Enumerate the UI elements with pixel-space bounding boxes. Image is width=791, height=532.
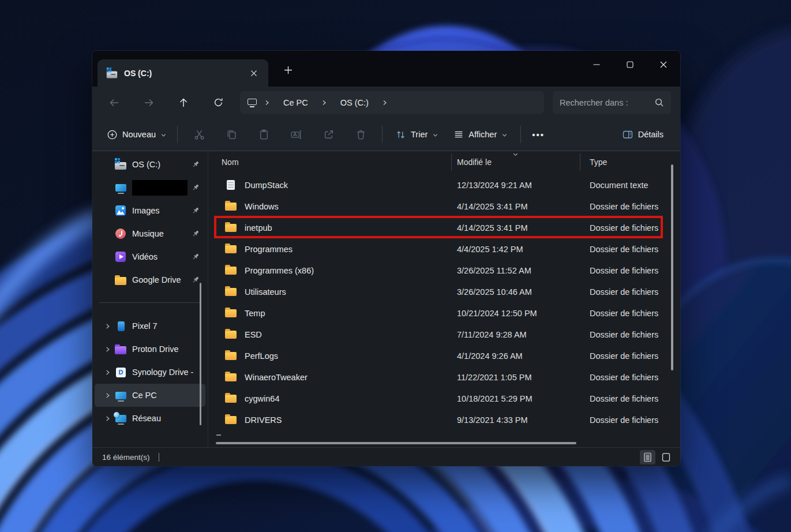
file-icon <box>225 331 237 339</box>
horizontal-scrollbar[interactable] <box>216 442 576 444</box>
expand-chevron-icon[interactable] <box>102 369 113 376</box>
search-icon[interactable] <box>654 98 664 107</box>
this-pc-icon[interactable] <box>248 99 257 105</box>
sidebar-item-icon <box>115 346 126 354</box>
drive-icon <box>107 71 117 78</box>
file-row-programmes-x86[interactable]: Programmes (x86) 3/26/2025 11:52 AM Doss… <box>208 260 680 281</box>
file-name: Utilisateurs <box>245 287 286 297</box>
tab-close-icon[interactable] <box>246 66 261 81</box>
details-pane-button[interactable]: Détails <box>614 123 671 145</box>
sidebar-item-label: Pixel 7 <box>132 321 200 331</box>
file-icon <box>225 395 237 403</box>
file-row-cygwin64[interactable]: cygwin64 10/18/2021 5:29 PM Dossier de f… <box>208 388 680 409</box>
sidebar-item-proton-drive[interactable]: Proton Drive <box>95 338 205 361</box>
search-box[interactable]: Rechercher dans : <box>553 91 671 114</box>
sidebar-item-os-c[interactable]: OS (C:) <box>95 153 205 176</box>
sidebar-item-vid-os[interactable]: Vidéos <box>95 245 205 268</box>
title-bar: OS (C:) <box>92 51 680 87</box>
pin-icon <box>192 207 200 215</box>
column-header-modified[interactable]: Modifié le <box>451 153 580 171</box>
new-button[interactable]: Nouveau <box>102 123 172 145</box>
pin-icon <box>192 276 200 284</box>
sidebar-item-google-drive[interactable]: Google Drive <box>95 268 205 291</box>
sidebar-item-label: Musique <box>132 229 192 238</box>
sidebar-item-icon <box>115 252 126 262</box>
delete-button[interactable] <box>344 123 377 145</box>
file-name: Windows <box>245 202 279 211</box>
file-icon <box>225 267 237 275</box>
sidebar-item-r-seau[interactable]: Réseau <box>95 407 205 430</box>
breadcrumb-ce-pc[interactable]: Ce PC <box>278 98 314 107</box>
back-button[interactable] <box>102 92 127 114</box>
file-icon <box>225 309 237 317</box>
rename-button[interactable] <box>280 123 312 145</box>
maximize-button[interactable] <box>613 51 647 78</box>
file-modified-date: 4/1/2024 9:26 AM <box>451 351 580 361</box>
column-header-name[interactable]: Nom <box>208 153 451 171</box>
file-row-programmes[interactable]: Programmes 4/4/2025 1:42 PM Dossier de f… <box>208 238 680 260</box>
copy-button[interactable] <box>215 123 248 145</box>
sort-button[interactable]: Trier <box>388 123 446 145</box>
sidebar-item-ce-pc[interactable]: Ce PC <box>95 384 205 407</box>
file-row-utilisateurs[interactable]: Utilisateurs 3/26/2025 10:46 AM Dossier … <box>208 281 680 302</box>
sidebar-item-icon <box>115 205 126 216</box>
new-tab-button[interactable] <box>278 60 298 80</box>
sidebar-item-synology-drive[interactable]: Synology Drive - <box>95 361 205 384</box>
minimize-button[interactable] <box>580 51 613 78</box>
column-header-type[interactable]: Type <box>580 153 680 171</box>
file-type: Document texte <box>580 181 680 190</box>
file-explorer-window: OS (C:) Ce PC OS (C:) Rechercher dan <box>92 51 680 466</box>
sidebar-item-musique[interactable]: Musique <box>95 222 205 245</box>
close-button[interactable] <box>647 51 680 78</box>
file-row-perflogs[interactable]: PerfLogs 4/1/2024 9:26 AM Dossier de fic… <box>208 345 680 366</box>
file-modified-date: 11/22/2021 1:05 PM <box>451 373 580 382</box>
breadcrumb-os-c[interactable]: OS (C:) <box>335 98 374 107</box>
expand-chevron-icon[interactable] <box>102 346 113 353</box>
more-options-button[interactable]: ••• <box>526 123 550 145</box>
file-type: Dossier de fichiers <box>580 330 680 339</box>
file-type: Dossier de fichiers <box>580 287 680 297</box>
refresh-button[interactable] <box>205 92 231 114</box>
sidebar-item-label: Réseau <box>132 414 200 423</box>
file-row-temp[interactable]: Temp 10/21/2024 12:50 PM Dossier de fich… <box>208 302 680 324</box>
file-name: PerfLogs <box>245 351 278 361</box>
file-name: Programmes <box>245 245 293 254</box>
pin-icon <box>192 230 200 238</box>
up-button[interactable] <box>171 92 196 114</box>
view-button-label: Afficher <box>468 130 497 139</box>
tab-title: OS (C:) <box>124 69 152 78</box>
expand-chevron-icon[interactable] <box>102 323 113 329</box>
expand-chevron-icon[interactable] <box>102 392 113 399</box>
plus-circle-icon <box>107 129 118 140</box>
share-button[interactable] <box>312 123 344 145</box>
sidebar-item-pixel-7[interactable]: Pixel 7 <box>95 314 205 338</box>
file-name: Programmes (x86) <box>245 266 314 275</box>
sidebar-item-icon <box>118 321 125 331</box>
sidebar-item-label: Vidéos <box>132 252 192 261</box>
sidebar-item-images[interactable]: Images <box>95 199 205 222</box>
sidebar-item[interactable] <box>95 176 205 199</box>
vertical-scrollbar[interactable] <box>671 164 673 370</box>
item-count: 16 élément(s) <box>102 453 150 462</box>
forward-button[interactable] <box>136 92 162 114</box>
view-button[interactable]: Afficher <box>446 123 515 145</box>
file-icon <box>225 245 237 253</box>
cut-button[interactable] <box>183 123 215 145</box>
sidebar-scrollbar[interactable] <box>200 283 201 425</box>
file-row-windows[interactable]: Windows 4/14/2025 3:41 PM Dossier de fic… <box>208 196 680 217</box>
file-row-esd[interactable]: ESD 7/11/2024 9:28 AM Dossier de fichier… <box>208 324 680 345</box>
breadcrumb-bar[interactable]: Ce PC OS (C:) <box>240 91 544 114</box>
file-row-winaerotweaker[interactable]: WinaeroTweaker 11/22/2021 1:05 PM Dossie… <box>208 366 680 388</box>
partially-visible-row <box>216 434 221 436</box>
expand-chevron-icon[interactable] <box>102 415 113 422</box>
large-icons-view-button[interactable] <box>658 450 674 464</box>
paste-button[interactable] <box>248 123 280 145</box>
explorer-tab[interactable]: OS (C:) <box>98 59 268 87</box>
sort-arrows-icon <box>395 129 406 140</box>
sidebar-item-label <box>132 180 188 196</box>
details-view-button[interactable] <box>640 450 655 464</box>
column-headers: Nom Modifié le Type <box>208 151 680 173</box>
details-button-label: Détails <box>638 130 663 139</box>
file-row-dumpstack[interactable]: DumpStack 12/13/2024 9:21 AM Document te… <box>208 174 680 196</box>
file-row-drivers[interactable]: DRIVERS 9/13/2021 4:33 PM Dossier de fic… <box>208 409 680 430</box>
